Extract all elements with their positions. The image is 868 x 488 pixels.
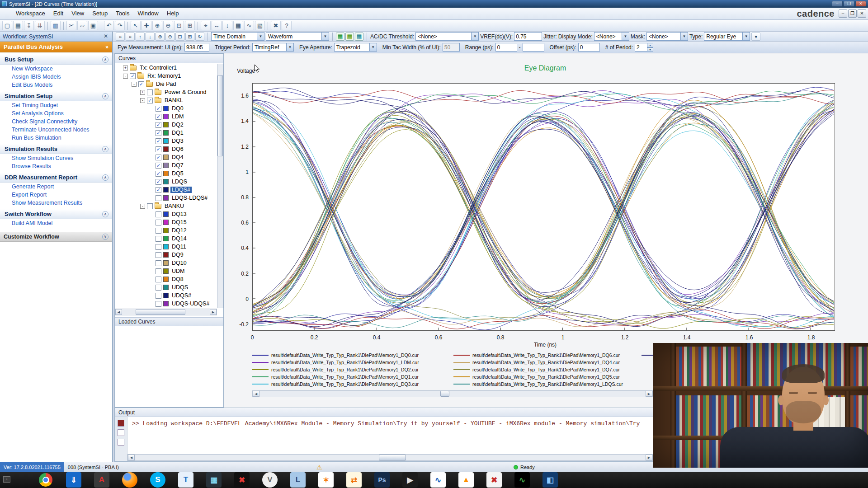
checkbox[interactable] [156,195,161,201]
eye-type-select[interactable]: Regular Eye ▼ [704,32,750,41]
taskbar-icon-save-tool[interactable]: ⇓ [66,472,81,488]
range-end-input[interactable] [523,43,544,52]
eye-contour-display-icon[interactable]: ▦ [345,33,354,41]
tree-item-bankl[interactable]: -✓BANKL [115,96,217,104]
tree-expander-icon[interactable]: - [140,204,145,209]
show-desktop-icon[interactable]: ▫ [3,476,10,483]
open-file-icon[interactable]: ▤ [13,21,23,30]
pan-up-icon[interactable]: ↑ [136,33,145,41]
collapse-icon[interactable]: ∧ [102,146,108,152]
tree-item-dq7[interactable]: ✓DQ7 [115,161,217,169]
delete-icon[interactable]: ✖ [271,21,281,30]
measure-vertical-icon[interactable]: ↕ [222,21,232,30]
customize-workflow-bar[interactable]: Customize Workflow ∨ [0,232,112,242]
range-start-input[interactable] [495,43,517,52]
checkbox[interactable]: ✓ [156,163,161,169]
tree-expander-icon[interactable]: - [123,74,128,79]
mdi-minimize-button[interactable]: – [839,9,847,18]
tree-item-power-ground[interactable]: +Power & Ground [115,88,217,96]
eye-density-display-icon[interactable]: ▦ [355,33,363,41]
close-button[interactable]: ✕ [855,1,866,7]
more-options-button[interactable]: ▾ [751,33,760,41]
menu-help[interactable]: Help [163,8,183,19]
checkbox[interactable]: ✓ [156,179,161,185]
workflow-link-show-simulation-curves[interactable]: Show Simulation Curves [0,154,112,162]
taskbar-icon-chrome[interactable] [38,472,53,488]
tree-item-dq14[interactable]: DQ14 [115,235,217,243]
eye-mask-display-icon[interactable]: ▦ [336,33,344,41]
tree-item-dq6[interactable]: ✓DQ6 [115,145,217,153]
checkbox[interactable]: ✓ [156,122,161,128]
waveform-icon[interactable]: ∿ [244,21,254,30]
checkbox[interactable]: ✓ [147,98,153,103]
workflow-link-export-report[interactable]: Export Report [0,191,112,199]
scroll-thumb[interactable] [440,391,449,397]
chevron-down-icon[interactable]: ▼ [257,33,264,40]
tree-item-udqs[interactable]: UDQS# [115,291,217,300]
checkbox[interactable]: ✓ [130,73,136,79]
taskbar-icon-file-transfer[interactable]: ⇄ [346,472,362,488]
taskbar-icon-oscilloscope[interactable]: ∿ [514,472,530,488]
cut-icon[interactable]: ✂ [66,21,76,30]
tree-item-udqs-udqs[interactable]: UDQS-UDQS# [115,300,217,308]
tree-item-dq10[interactable]: DQ10 [115,259,217,267]
workflow-link-assign-ibis-models[interactable]: Assign IBIS Models [0,73,112,81]
tree-item-dq2[interactable]: ✓DQ2 [115,121,217,129]
checkbox[interactable] [156,293,161,299]
log-view-icon[interactable] [118,429,124,436]
spin-up-icon[interactable]: ▴ [647,43,653,47]
copy-icon[interactable]: ▱ [77,21,87,30]
tree-expander-icon[interactable]: + [140,90,145,95]
tree-item-dq9[interactable]: DQ9 [115,251,217,259]
tree-item-ldm[interactable]: ✓LDM [115,113,217,121]
redo-icon[interactable]: ↷ [115,21,125,30]
scroll-left-arrow[interactable]: ◀ [115,309,122,315]
close-icon[interactable]: ✕ [102,33,109,40]
tree-item-die-pad[interactable]: -✓Die Pad [115,80,217,88]
domain-select[interactable]: Time Domain ▼ [211,32,264,41]
taskbar-icon-v-app[interactable]: V [262,472,278,488]
workflow-link-new-workspace[interactable]: New Workspace [0,65,112,73]
period-input[interactable] [635,43,647,52]
checkbox[interactable] [147,89,153,95]
tree-item-dq12[interactable]: DQ12 [115,226,217,235]
checkbox[interactable]: ✓ [156,187,161,193]
taskbar-icon-vlc[interactable]: ▲ [458,472,474,488]
tree-expander-icon[interactable]: + [123,66,128,70]
zoom-region-icon[interactable]: ⊞ [185,33,194,41]
tree-item-dq5[interactable]: ✓DQ5 [115,169,217,178]
refresh-icon[interactable]: ↻ [195,33,204,41]
tree-item-dq15[interactable]: DQ15 [115,218,217,226]
taskbar-icon-signal-x[interactable]: ✖ [486,472,502,488]
workflow-link-terminate-unconnected-nodes[interactable]: Terminate Unconnected Nodes [0,126,112,134]
workflow-link-generate-report[interactable]: Generate Report [0,183,112,191]
vref-input[interactable] [514,32,542,41]
collapse-icon[interactable]: ∧ [102,211,108,217]
pan-icon[interactable]: ✚ [142,21,151,30]
workflow-section-bus-setup[interactable]: Bus Setup∧ [0,55,112,65]
output-horizontal-scrollbar[interactable]: ◀ ▶ [127,454,653,461]
checkbox[interactable]: ✓ [156,138,161,144]
measure-horizontal-icon[interactable]: ↔ [212,21,222,30]
chevron-down-icon[interactable]: ▼ [369,43,377,51]
jitter-mode-select[interactable]: <None> ▼ [594,32,629,41]
scroll-thumb[interactable] [136,309,185,315]
chevron-down-icon[interactable]: ▼ [286,43,293,51]
chevron-down-icon[interactable]: ▼ [680,33,688,40]
tree-item-dq11[interactable]: DQ11 [115,243,217,251]
menu-tools[interactable]: Tools [112,8,133,19]
collapse-icon[interactable]: ∧ [102,93,108,99]
mask-select[interactable]: <None> ▼ [646,32,688,41]
plot-area[interactable] [252,83,835,331]
checkbox[interactable] [156,277,161,282]
taskbar-icon-graph-tool[interactable]: ∿ [430,472,446,488]
trigger-period-select[interactable]: TimingRef ▼ [252,43,294,52]
taskbar-icon-firefox[interactable] [122,472,137,488]
checkbox[interactable] [156,228,161,234]
print-icon[interactable]: ▥ [51,21,61,30]
crosshair-icon[interactable]: ⌖ [201,21,211,30]
spin-down-icon[interactable]: ▾ [647,47,653,52]
zoom-out-icon[interactable]: ⊖ [163,21,173,30]
workflow-link-set-timing-budget[interactable]: Set Timing Budget [0,101,112,109]
chevron-down-icon[interactable]: ▼ [321,33,329,40]
